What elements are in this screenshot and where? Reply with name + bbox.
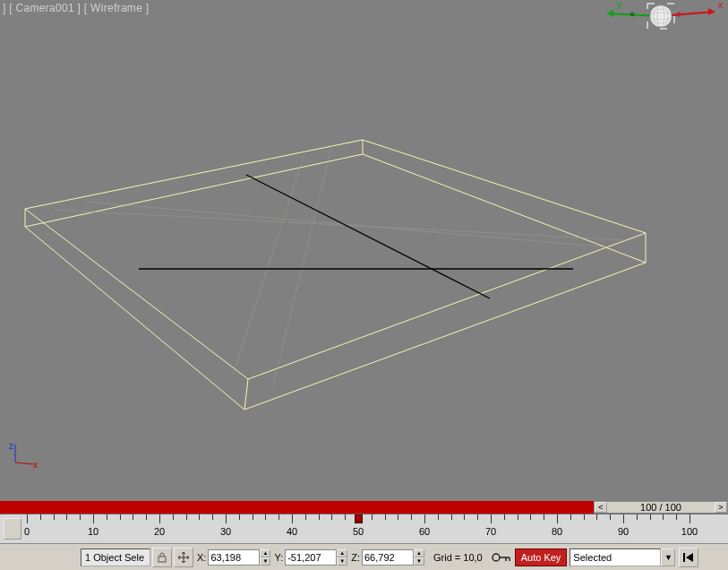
coord-y-label: Y: bbox=[274, 552, 283, 563]
ruler-minor-tick bbox=[253, 514, 253, 520]
goto-start-icon bbox=[682, 552, 695, 563]
ruler-label: 20 bbox=[154, 526, 165, 537]
ruler-minor-tick bbox=[173, 514, 174, 520]
coord-z-label: Z: bbox=[351, 552, 360, 563]
svg-line-6 bbox=[273, 149, 331, 385]
ruler-minor-tick bbox=[411, 514, 412, 520]
selection-lock-button[interactable] bbox=[152, 548, 172, 567]
coord-y-input[interactable] bbox=[285, 549, 337, 566]
ruler-tick bbox=[93, 514, 94, 523]
axis-x-label: x bbox=[33, 460, 38, 470]
key-filter-dropdown[interactable]: Selected ▼ bbox=[570, 548, 675, 566]
status-bar: 1 Object Sele X: ▲▼ Y: ▲▼ Z: ▲▼ Grid = 1… bbox=[0, 543, 728, 570]
svg-point-17 bbox=[630, 13, 635, 17]
ruler-minor-tick bbox=[40, 514, 41, 520]
ruler-tick bbox=[491, 514, 492, 523]
svg-rect-29 bbox=[683, 553, 685, 562]
coord-z-spinner[interactable]: ▲▼ bbox=[414, 549, 424, 566]
ruler-minor-tick bbox=[107, 514, 107, 520]
ruler-minor-tick bbox=[570, 514, 571, 520]
ruler-minor-tick bbox=[544, 514, 544, 520]
viewport[interactable]: ] [ Camera001 ] [ Wireframe ] bbox=[0, 0, 728, 501]
ruler-tick bbox=[27, 514, 28, 523]
ruler-minor-tick bbox=[504, 514, 505, 520]
ruler-minor-tick bbox=[54, 514, 55, 520]
ruler-label: 90 bbox=[618, 526, 629, 537]
ruler-minor-tick bbox=[676, 514, 677, 520]
coord-y-group: Y: ▲▼ bbox=[272, 549, 347, 566]
time-slider-knob[interactable] bbox=[355, 514, 363, 523]
scroll-left-button[interactable]: < bbox=[595, 502, 607, 513]
scroll-right-button[interactable]: > bbox=[715, 502, 727, 513]
ruler-minor-tick bbox=[331, 514, 332, 520]
move-icon bbox=[177, 551, 190, 564]
svg-marker-13 bbox=[708, 8, 715, 15]
coord-x-input[interactable] bbox=[208, 549, 260, 566]
goto-start-button[interactable] bbox=[679, 548, 698, 567]
ruler-label: 30 bbox=[220, 526, 231, 537]
svg-marker-30 bbox=[686, 553, 693, 562]
timeline[interactable]: 0102030405060708090100 bbox=[0, 514, 728, 543]
ruler-label: 50 bbox=[353, 526, 364, 537]
svg-line-9 bbox=[246, 175, 490, 298]
ruler-minor-tick bbox=[584, 514, 585, 520]
svg-point-25 bbox=[492, 554, 500, 561]
viewport-canvas[interactable] bbox=[0, 0, 728, 501]
ruler-label: 60 bbox=[419, 526, 430, 537]
ruler-label: 40 bbox=[287, 526, 297, 537]
svg-marker-16 bbox=[607, 10, 613, 17]
ruler-minor-tick bbox=[319, 514, 320, 520]
viewcube[interactable]: y x bbox=[576, 0, 728, 45]
trackbar[interactable]: < 100 / 100 > bbox=[0, 501, 728, 514]
ruler-minor-tick bbox=[663, 514, 664, 520]
ruler-label: 10 bbox=[88, 526, 98, 537]
viewcube-y-label: y bbox=[617, 0, 621, 10]
timeline-config-button[interactable] bbox=[4, 518, 21, 540]
coord-z-input[interactable] bbox=[362, 549, 414, 566]
transform-type-button[interactable] bbox=[174, 548, 193, 567]
coord-x-group: X: ▲▼ bbox=[195, 549, 270, 566]
timeline-ruler[interactable]: 0102030405060708090100 bbox=[27, 514, 698, 544]
chevron-down-icon[interactable]: ▼ bbox=[661, 548, 675, 566]
ruler-minor-tick bbox=[186, 514, 187, 520]
lock-icon bbox=[157, 552, 167, 563]
ruler-minor-tick bbox=[66, 514, 67, 520]
ruler-minor-tick bbox=[372, 514, 373, 520]
ruler-minor-tick bbox=[518, 514, 518, 520]
ruler-minor-tick bbox=[596, 514, 597, 520]
set-key-button[interactable] bbox=[490, 548, 513, 567]
ruler-label: 100 bbox=[681, 526, 698, 537]
key-icon bbox=[492, 551, 511, 564]
ruler-minor-tick bbox=[637, 514, 638, 520]
svg-line-3 bbox=[244, 379, 248, 410]
coord-x-spinner[interactable]: ▲▼ bbox=[260, 549, 270, 566]
ruler-minor-tick bbox=[610, 514, 611, 520]
selection-readout: 1 Object Sele bbox=[81, 548, 150, 566]
frame-scroll[interactable]: < 100 / 100 > bbox=[594, 501, 728, 514]
ruler-tick bbox=[159, 514, 160, 523]
svg-rect-24 bbox=[158, 557, 166, 562]
coord-z-group: Z: ▲▼ bbox=[349, 549, 424, 566]
autokey-button[interactable]: Auto Key bbox=[515, 548, 568, 566]
ruler-minor-tick bbox=[278, 514, 279, 520]
ruler-minor-tick bbox=[146, 514, 147, 520]
ruler-tick bbox=[424, 514, 425, 523]
ruler-tick bbox=[689, 514, 690, 523]
svg-line-4 bbox=[54, 210, 627, 240]
svg-line-5 bbox=[85, 202, 609, 247]
svg-point-19 bbox=[650, 5, 672, 27]
grid-readout: Grid = 10,0 bbox=[430, 549, 486, 566]
frame-readout: 100 / 100 bbox=[607, 502, 715, 513]
svg-point-14 bbox=[677, 13, 681, 17]
ruler-tick bbox=[226, 514, 227, 523]
ruler-minor-tick bbox=[530, 514, 531, 520]
ruler-minor-tick bbox=[133, 514, 133, 520]
ruler-minor-tick bbox=[239, 514, 240, 520]
ruler-minor-tick bbox=[451, 514, 452, 520]
coord-y-spinner[interactable]: ▲▼ bbox=[337, 549, 347, 566]
ruler-minor-tick bbox=[650, 514, 651, 520]
ruler-label: 0 bbox=[24, 526, 30, 537]
ruler-tick bbox=[292, 514, 293, 523]
ruler-minor-tick bbox=[199, 514, 200, 520]
ruler-minor-tick bbox=[80, 514, 81, 520]
